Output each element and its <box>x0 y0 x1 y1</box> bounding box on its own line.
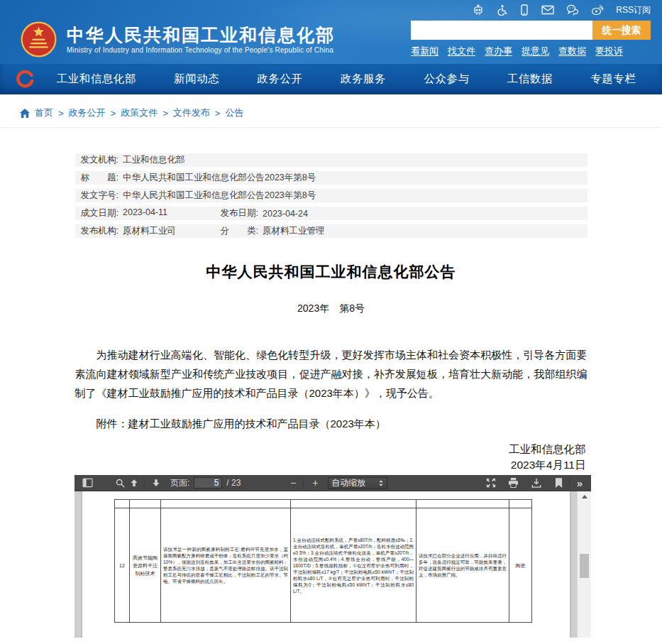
meta-label: 发文字号: <box>81 190 118 202</box>
pdf-page: 12 高效节能陶瓷原料干法制粉技术 该技术是一种新的陶瓷原料制粉工艺:磨料环节无… <box>82 491 570 638</box>
breadcrumb-announcement[interactable]: 公告 <box>225 107 243 119</box>
site-subtitle: Ministry of Industry and Information Tec… <box>67 46 335 54</box>
meta-row-issuing-agency: 发文机构: 工业和信息化部 <box>75 153 587 167</box>
breadcrumb-policy-files[interactable]: 政策文件 <box>121 107 158 119</box>
signature-block: 工业和信息化部 2023年4月11日 <box>75 442 587 473</box>
nav-item-news[interactable]: 新闻动态 <box>174 72 219 87</box>
quick-link-news[interactable]: 看新闻 <box>411 45 438 58</box>
meta-value: 中华人民共和国工业和信息化部公告2023年第8号 <box>123 190 316 202</box>
meta-value: 原材料工业管理 <box>263 225 325 237</box>
wechat-icon[interactable] <box>566 4 579 16</box>
attachment-line[interactable]: 附件：建材工业鼓励推广应用的技术和产品目录（2023年本） <box>75 417 587 431</box>
meta-label: 成文日期: <box>81 207 118 219</box>
quick-links: 看新闻 找文件 查办事 提意见 查数据 要投诉 <box>411 45 651 58</box>
page-total: / 23 <box>226 478 241 488</box>
meta-row-doc-number: 发文字号: 中华人民共和国工业和信息化部公告2023年第8号 <box>75 189 587 202</box>
zoom-select[interactable]: 自动缩放 <box>328 477 387 489</box>
search-area: 统一搜索 看新闻 找文件 查办事 提意见 查数据 要投诉 <box>411 21 651 58</box>
meta-value: 中华人民共和国工业和信息化部公告2023年第8号 <box>123 172 316 184</box>
zoom-value: 自动缩放 <box>331 477 378 489</box>
sidebar-toggle-icon[interactable] <box>80 476 94 490</box>
presentation-mode-icon[interactable] <box>484 476 498 490</box>
site-title: 中华人民共和国工业和信息化部 <box>67 25 335 45</box>
breadcrumb-gov-disclosure[interactable]: 政务公开 <box>69 107 106 119</box>
nav-item-participation[interactable]: 公众参与 <box>424 72 469 87</box>
more-tools-button[interactable]: » <box>574 477 585 489</box>
cell-description: 该技术是一种新的陶瓷原料制粉工艺:磨料环节无需加水，直接将陶瓷配方原料研磨成干粉… <box>161 508 291 623</box>
meta-value: 原材料工业司 <box>123 225 176 237</box>
meta-row-publisher: 发布机构: 原材料工业司 分 类: 原材料工业管理 <box>75 224 587 238</box>
cell-indicators: 1.全自动连续式配料系统，产量≥80T/h，配料精度≤5‰；2.全自动连续式造粒… <box>291 508 416 623</box>
cell-application: 该技术已在部分企业进行应用，并持续运行多年，设备运行稳定可靠，节能效果显著，对促… <box>416 508 509 623</box>
site-header: RSS订阅 中华人民共和国工业和信息化部 Ministry of Industr… <box>0 0 662 64</box>
meta-value: 2023-04-24 <box>263 209 308 219</box>
nav-item-ministry[interactable]: 工业和信息化部 <box>57 72 136 87</box>
table-row-partial <box>115 500 532 508</box>
pdf-toolbar: 页面: / 23 − + 自动缩放 <box>75 475 591 491</box>
print-icon[interactable] <box>507 476 521 490</box>
signature-agency: 工业和信息化部 <box>75 442 586 457</box>
signature-date: 2023年4月11日 <box>75 457 586 473</box>
meta-value: 2023-04-11 <box>123 207 167 219</box>
breadcrumb-separator: > <box>215 108 221 119</box>
masthead: 中华人民共和国工业和信息化部 Ministry of Industry and … <box>0 20 662 64</box>
breadcrumb-separator: > <box>162 108 168 119</box>
breadcrumb-separator: > <box>58 108 64 119</box>
article-paragraph: 为推动建材行业高端化、智能化、绿色化转型升级，更好发挥市场主体和社会资本积极性，… <box>75 345 587 403</box>
zoom-in-icon[interactable]: + <box>308 476 322 490</box>
meta-label: 分 类: <box>221 225 258 237</box>
meta-value: 工业和信息化部 <box>123 154 185 166</box>
nav-item-gov-services[interactable]: 政务服务 <box>341 72 386 87</box>
breadcrumb-file-release[interactable]: 文件发布 <box>173 107 210 119</box>
issue-number: 2023年 第8号 <box>75 302 587 315</box>
breadcrumb-home[interactable]: 首页 <box>35 107 53 119</box>
chevron-updown-icon <box>378 479 384 487</box>
meta-label: 发布机构: <box>81 225 118 237</box>
quick-link-services[interactable]: 查办事 <box>485 45 512 58</box>
national-emblem-icon <box>20 21 57 58</box>
meta-row-title: 标 题: 中华人民共和国工业和信息化部公告2023年第8号 <box>75 171 587 185</box>
nav-item-data[interactable]: 工信数据 <box>507 72 553 87</box>
find-icon[interactable] <box>113 476 127 490</box>
page-number-input[interactable] <box>194 477 222 489</box>
bookmark-icon[interactable] <box>552 476 566 490</box>
mobile-icon[interactable] <box>519 4 529 16</box>
page-down-icon[interactable] <box>149 476 163 490</box>
pdf-scrollbar[interactable] <box>577 491 591 638</box>
breadcrumb-separator: > <box>111 108 116 119</box>
quick-link-feedback[interactable]: 提意见 <box>522 45 549 58</box>
catalog-table: 12 高效节能陶瓷原料干法制粉技术 该技术是一种新的陶瓷原料制粉工艺:磨料环节无… <box>114 499 532 623</box>
download-icon[interactable] <box>529 476 544 490</box>
document-meta-table: 发文机构: 工业和信息化部 标 题: 中华人民共和国工业和信息化部公告2023年… <box>75 153 587 238</box>
scroll-up-button[interactable] <box>578 491 591 502</box>
meta-label: 发文机构: <box>81 154 118 166</box>
accessibility-icon[interactable] <box>496 4 507 16</box>
breadcrumb: 首页 > 政务公开 > 政策文件 > 文件发布 > 公告 <box>0 94 662 128</box>
nav-item-specials[interactable]: 专题专栏 <box>590 72 636 87</box>
quick-link-data[interactable]: 查数据 <box>558 45 586 58</box>
page-label: 页面: <box>170 477 189 489</box>
cell-category: 陶瓷 <box>509 508 532 623</box>
meta-label: 发布日期: <box>221 207 258 219</box>
weibo-icon[interactable] <box>591 4 604 16</box>
quick-link-files[interactable]: 找文件 <box>448 45 475 58</box>
nav-item-gov-disclosure[interactable]: 政务公开 <box>258 72 303 87</box>
mail-icon[interactable] <box>541 5 554 15</box>
miit-logo-icon <box>16 70 35 89</box>
main-nav: 工业和信息化部 新闻动态 政务公开 政务服务 公众参与 工信数据 专题专栏 <box>0 64 662 94</box>
cell-tech-name: 高效节能陶瓷原料干法制粉技术 <box>130 508 161 623</box>
pdf-viewer: 页面: / 23 − + 自动缩放 <box>75 475 591 638</box>
pdf-content-area: 12 高效节能陶瓷原料干法制粉技术 该技术是一种新的陶瓷原料制粉工艺:磨料环节无… <box>75 491 591 638</box>
robot-icon[interactable] <box>473 4 484 16</box>
meta-label: 标 题: <box>81 172 118 184</box>
search-input[interactable] <box>411 21 592 40</box>
utility-topbar: RSS订阅 <box>0 0 662 20</box>
zoom-out-icon[interactable]: − <box>286 476 300 490</box>
rss-link[interactable]: RSS订阅 <box>616 4 651 16</box>
page-up-icon[interactable] <box>127 476 141 490</box>
quick-link-complaint[interactable]: 要投诉 <box>595 45 623 58</box>
article-content: 发文机构: 工业和信息化部 标 题: 中华人民共和国工业和信息化部公告2023年… <box>75 153 587 473</box>
search-button[interactable]: 统一搜索 <box>592 21 651 40</box>
scrollbar-thumb[interactable] <box>580 554 589 578</box>
home-icon <box>20 109 30 118</box>
